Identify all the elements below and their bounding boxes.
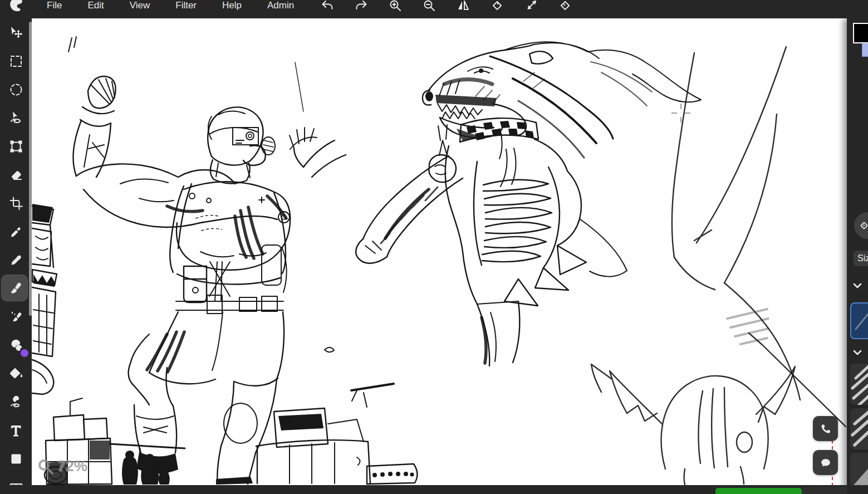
brush-tool[interactable] [0, 274, 32, 302]
text-tool[interactable] [0, 416, 32, 444]
app-blob-logo-icon[interactable] [8, 0, 27, 15]
menu-bar: File Edit View Filter Help Admin [0, 0, 868, 18]
smudge-tool[interactable] [0, 331, 32, 359]
shape-tool[interactable] [0, 444, 32, 473]
smudge-notification-badge [21, 349, 28, 357]
undo-icon[interactable] [321, 0, 334, 12]
menu-edit[interactable]: Edit [87, 0, 104, 11]
hatch-brush-preview[interactable] [850, 364, 868, 405]
redo-icon[interactable] [355, 0, 368, 12]
eraser-mode-button[interactable] [854, 212, 868, 239]
rotate-canvas-diamond-icon[interactable] [491, 0, 504, 12]
eraser-tool[interactable] [0, 160, 32, 189]
rectangle-select-tool[interactable] [0, 47, 32, 75]
ellipse-select-tool[interactable] [0, 75, 32, 104]
menu-help[interactable]: Help [222, 0, 242, 11]
menu-admin[interactable]: Admin [267, 0, 294, 11]
pencil-tool[interactable] [0, 246, 32, 274]
secondary-color-swatch[interactable] [862, 43, 868, 57]
fit-screen-arrow-icon[interactable] [524, 0, 538, 12]
fill-bucket-tool[interactable] [0, 359, 32, 388]
green-progress-bar[interactable] [715, 488, 802, 494]
menu-file[interactable]: File [47, 0, 62, 11]
zoom-out-icon[interactable] [423, 0, 436, 12]
hatch-brush-preview-2[interactable] [850, 408, 868, 449]
brush-size-label: Size [854, 251, 868, 266]
canvas[interactable]: 72% [32, 18, 847, 485]
chat-bubble-icon [820, 457, 832, 469]
drawing-app-window: File Edit View Filter Help Admin [0, 0, 868, 494]
wet-brush-tool[interactable] [0, 302, 32, 331]
menu-view[interactable]: View [130, 0, 150, 11]
zoom-in-icon[interactable] [389, 0, 402, 12]
canvas-diamond-edit-icon[interactable] [558, 0, 572, 12]
voice-call-button[interactable] [813, 416, 838, 441]
lasso-select-tool[interactable] [0, 104, 32, 132]
chevron-down-icon[interactable] [852, 280, 863, 291]
floating-buttons [813, 416, 838, 475]
transform-tool[interactable] [0, 132, 32, 160]
right-panel: Size [847, 18, 868, 494]
chat-button[interactable] [813, 450, 838, 475]
eyedropper-tool[interactable] [0, 217, 32, 246]
crop-tool[interactable] [0, 189, 32, 217]
move-tool[interactable] [0, 18, 32, 47]
zoom-level-label: 72% [57, 458, 87, 475]
selected-brush-preview[interactable] [850, 302, 868, 339]
flip-horizontal-icon[interactable] [457, 0, 470, 12]
canvas-artwork [32, 18, 847, 485]
menu-items: File Edit View Filter Help Admin [47, 0, 294, 11]
toolbar-scrollbar[interactable] [29, 22, 32, 316]
voice-call-icon [820, 423, 832, 435]
tool-sidebar [0, 18, 32, 494]
chevron-down-icon-2[interactable] [852, 347, 863, 358]
top-action-buttons [321, 0, 572, 12]
timeline-track [802, 487, 847, 494]
bottom-bar [0, 485, 868, 494]
diamond-icon [859, 220, 868, 231]
magic-fill-tool[interactable] [0, 388, 32, 416]
magnifier-icon [37, 458, 54, 475]
menu-filter[interactable]: Filter [175, 0, 197, 11]
zoom-indicator: 72% [37, 458, 87, 475]
primary-color-swatch[interactable] [853, 23, 868, 43]
